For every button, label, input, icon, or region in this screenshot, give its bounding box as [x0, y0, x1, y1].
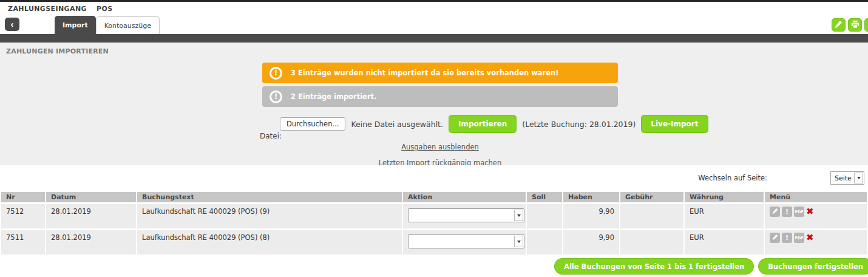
pdf-button[interactable]: PDF [794, 207, 804, 217]
col-header-nr: Nr [1, 192, 45, 202]
pencil-icon [772, 234, 778, 242]
col-header-gebuehr: Gebühr [620, 192, 683, 202]
warn-entry-button[interactable]: ! [782, 233, 792, 243]
printer-icon [851, 20, 860, 30]
table-row: 7511 28.01.2019 Laufkundschaft RE 400029… [1, 230, 867, 255]
alert-info: ! 2 Einträge importiert. [262, 86, 618, 107]
col-header-waehrung: Währung [685, 192, 764, 202]
alert-warning-text: 3 Einträge wurden nicht importiert da si… [291, 69, 559, 77]
cell-waehrung: EUR [685, 204, 764, 228]
action-select[interactable] [408, 208, 524, 222]
chevron-down-icon[interactable] [514, 236, 523, 247]
import-controls: Durchsuchen... Keine Datei ausgewählt. I… [280, 115, 868, 133]
cell-datum: 28.01.2019 [46, 204, 136, 228]
alert-list: ! 3 Einträge wurden nicht importiert da … [262, 63, 618, 107]
tab-kontoauszuege[interactable]: Kontoauszüge [96, 16, 160, 34]
warn-entry-button[interactable]: ! [782, 207, 792, 217]
col-header-soll: Soll [527, 192, 562, 202]
edit-entry-button[interactable] [770, 233, 780, 243]
action-select[interactable] [408, 234, 524, 248]
cell-soll [527, 230, 562, 255]
cell-nr: 7511 [1, 230, 45, 255]
dark-divider-bar [0, 34, 868, 43]
tab-bar: ‹ Import Kontoauszüge ? [0, 16, 868, 34]
alert-warning: ! 3 Einträge wurden nicht importiert da … [262, 63, 618, 83]
edit-button[interactable] [832, 18, 846, 32]
last-booking-note: (Letzte Buchung: 28.01.2019) [522, 120, 636, 129]
alert-info-text: 2 Einträge importiert. [291, 92, 376, 101]
pdf-button[interactable]: PDF [794, 233, 804, 243]
tabs: Import Kontoauszüge [55, 16, 160, 34]
edit-entry-button[interactable] [770, 207, 780, 217]
pencil-icon [835, 20, 843, 30]
cell-gebuehr [620, 204, 683, 228]
pencil-icon [772, 208, 778, 216]
cell-haben: 9,90 [563, 230, 619, 255]
breadcrumb-sub: POS [97, 5, 113, 13]
col-header-datum: Datum [46, 192, 136, 202]
col-header-buchungstext: Buchungstext [137, 192, 402, 202]
file-status-text: Keine Datei ausgewählt. [351, 120, 443, 129]
finish-bookings-button[interactable]: Buchungen fertigstellen [758, 258, 868, 275]
tab-import[interactable]: Import [55, 16, 96, 34]
browse-file-button[interactable]: Durchsuchen... [280, 117, 345, 131]
cell-datum: 28.01.2019 [46, 230, 136, 255]
finish-all-page-button[interactable]: Alle Buchungen von Seite 1 bis 1 fertigs… [554, 258, 754, 275]
exclamation-circle-icon: ! [270, 67, 282, 80]
section-title: ZAHLUNGEN IMPORTIEREN [0, 43, 868, 55]
cell-haben: 9,90 [563, 204, 619, 228]
page-select[interactable]: Seite 1 [830, 171, 864, 185]
cell-gebuehr [620, 230, 683, 255]
header-action-buttons: ? [832, 18, 868, 32]
col-header-haben: Haben [563, 192, 619, 202]
cell-buchungstext: Laufkundschaft RE 400029 (POS) (9) [137, 204, 402, 228]
back-chevron-icon: ‹ [11, 19, 14, 29]
chevron-down-icon[interactable] [514, 210, 523, 221]
cell-menue: ! PDF ✖ [765, 230, 867, 255]
chevron-down-icon[interactable] [854, 173, 863, 183]
payments-table: Nr Datum Buchungstext Aktion Soll Haben … [0, 190, 868, 256]
back-button[interactable]: ‹ [5, 18, 19, 31]
help-button[interactable]: ? [864, 18, 868, 32]
cell-soll [527, 204, 562, 228]
footer-actions: Alle Buchungen von Seite 1 bis 1 fertigs… [0, 258, 868, 275]
import-button[interactable]: Importieren [449, 115, 517, 133]
delete-icon[interactable]: ✖ [806, 233, 814, 243]
cell-menue: ! PDF ✖ [765, 204, 867, 228]
hide-expenses-row: Ausgaben ausblenden [262, 140, 618, 152]
col-header-aktion: Aktion [403, 192, 526, 202]
delete-icon[interactable]: ✖ [806, 207, 814, 217]
table-header-row: Nr Datum Buchungstext Aktion Soll Haben … [1, 192, 867, 202]
col-header-menue: Menü [765, 192, 867, 202]
print-button[interactable] [848, 18, 862, 32]
pagination-bar: Wechseln auf Seite: Seite 1 [0, 165, 868, 190]
exclamation-circle-icon: ! [270, 91, 282, 103]
hide-expenses-link[interactable]: Ausgaben ausblenden [401, 143, 479, 151]
cell-aktion [403, 204, 526, 228]
pagination-label: Wechseln auf Seite: [698, 174, 767, 182]
table-row: 7512 28.01.2019 Laufkundschaft RE 400029… [1, 204, 867, 228]
cell-waehrung: EUR [685, 230, 764, 255]
live-import-button[interactable]: Live-Import [641, 115, 708, 133]
breadcrumb: ZAHLUNGSEINGANG POS [0, 2, 868, 16]
import-section: ZAHLUNGEN IMPORTIEREN ! 3 Einträge wurde… [0, 43, 868, 165]
cell-aktion [403, 230, 526, 255]
cell-nr: 7512 [1, 204, 45, 228]
cell-buchungstext: Laufkundschaft RE 400029 (POS) (8) [137, 230, 402, 255]
file-field-label: Datei: [260, 132, 282, 140]
breadcrumb-section: ZAHLUNGSEINGANG [8, 5, 87, 13]
